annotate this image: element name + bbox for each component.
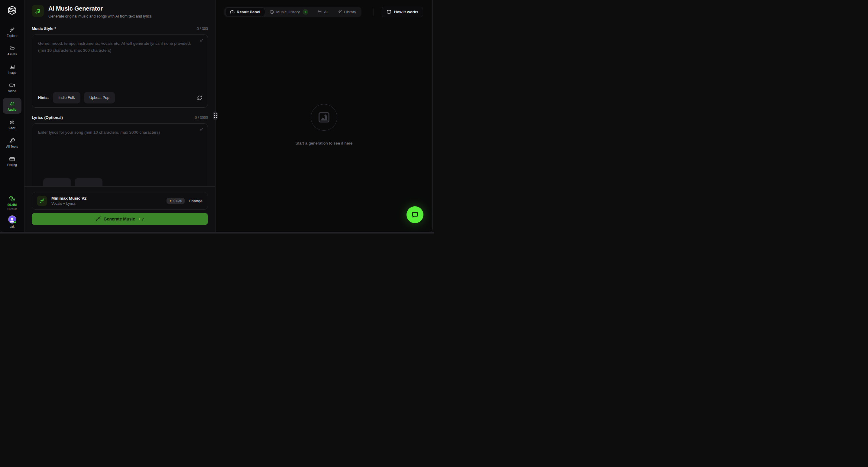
chat-support-button[interactable]: [406, 206, 424, 223]
sidebar-footer: 99.4M Creator oak: [7, 195, 17, 232]
lyrics-hint-chip[interactable]: [43, 178, 71, 186]
sidebar-item-pricing[interactable]: Pricing: [3, 153, 22, 169]
tab-all[interactable]: All: [313, 7, 333, 16]
generate-cost-value: 7: [142, 217, 144, 222]
sidebar-item-label: Video: [8, 90, 16, 93]
generate-music-button[interactable]: Generate Music 7: [32, 213, 208, 225]
sidebar-item-label: Chat: [9, 127, 16, 130]
hints-row: Hints: Indie Folk Upbeat Pop: [38, 92, 203, 104]
refresh-hints-button[interactable]: [196, 95, 203, 101]
lyrics-section: Lyrics (Optional) 0 / 3000: [32, 115, 208, 186]
result-tabs: Result Panel Music History 9 All Library: [224, 7, 362, 17]
tab-music-history[interactable]: Music History 9: [265, 7, 313, 16]
lightning-bolt-icon: [138, 217, 141, 221]
result-panel: Result Panel Music History 9 All Library: [216, 0, 433, 232]
panel-resize-divider[interactable]: [215, 0, 216, 232]
model-cost: 0.035: [174, 199, 182, 203]
music-style-counter: 0 / 300: [197, 27, 208, 31]
folder-icon: [9, 46, 15, 52]
music-note-icon: [32, 5, 44, 17]
app-window: Explore Assets Image: [0, 0, 434, 233]
plan-label: Creator: [7, 207, 17, 210]
user-menu[interactable]: oak: [8, 215, 16, 228]
sidebar-item-video[interactable]: Video: [3, 80, 22, 95]
robot-icon: [9, 119, 15, 125]
tab-library[interactable]: Library: [333, 7, 361, 16]
speaker-icon: [9, 101, 15, 107]
ai-sparkle-icon[interactable]: [198, 39, 204, 45]
sidebar-item-audio[interactable]: Audio: [3, 98, 22, 114]
book-open-icon: [386, 10, 392, 14]
ai-sparkle-icon[interactable]: [198, 128, 204, 134]
lyrics-input[interactable]: [32, 124, 208, 186]
panel-resize-handle[interactable]: [213, 111, 218, 120]
sidebar-nav: Explore Assets Image: [3, 24, 22, 172]
sidebar-item-label: All Tools: [6, 145, 18, 148]
online-status-dot: [13, 221, 17, 224]
tab-label: All: [324, 10, 328, 14]
hint-chip-indie-folk[interactable]: Indie Folk: [53, 92, 80, 104]
model-meta: Minimax Music V2 Vocals + Lyrics: [51, 196, 87, 206]
credits-balance[interactable]: 99.4M Creator: [7, 195, 17, 210]
sparkle-icon: [338, 10, 342, 14]
video-camera-icon: [9, 82, 15, 89]
avatar: [8, 215, 16, 224]
result-panel-header: Result Panel Music History 9 All Library: [216, 0, 433, 17]
form-scroll-area[interactable]: AI Music Generator Generate original mus…: [25, 0, 215, 186]
app-root: Explore Assets Image: [0, 0, 433, 232]
tab-result-panel[interactable]: Result Panel: [225, 7, 265, 16]
sidebar-item-explore[interactable]: Explore: [3, 24, 22, 40]
how-it-works-button[interactable]: How it works: [382, 7, 423, 17]
lightning-bolt-icon: [169, 199, 172, 203]
history-count-badge: 9: [303, 9, 308, 15]
credit-cost-badge: 0.035: [166, 198, 185, 204]
generator-header-text: AI Music Generator Generate original mus…: [49, 5, 152, 19]
sidebar-item-image[interactable]: Image: [3, 61, 22, 77]
change-model-button[interactable]: Change: [189, 199, 203, 203]
wrench-icon: [9, 138, 15, 144]
how-it-works-label: How it works: [394, 10, 418, 14]
tab-label: Music History: [276, 10, 300, 14]
generate-label: Generate Music: [104, 216, 135, 222]
generate-cost: 7: [138, 217, 144, 222]
gauge-icon: [230, 10, 235, 14]
generator-panel: AI Music Generator Generate original mus…: [25, 0, 215, 232]
sparkles-icon: [9, 27, 15, 33]
app-logo[interactable]: [7, 5, 17, 15]
image-icon: [9, 64, 15, 70]
music-style-box: Hints: Indie Folk Upbeat Pop: [32, 34, 208, 108]
lyrics-box: [32, 123, 208, 186]
music-style-label: Music Style *: [32, 26, 56, 31]
sidebar-item-all-tools[interactable]: All Tools: [3, 135, 22, 151]
model-selector[interactable]: Minimax Music V2 Vocals + Lyrics 0.035 C…: [32, 192, 208, 210]
folder-icon: [317, 10, 322, 14]
sidebar-item-label: Image: [8, 71, 17, 75]
page-subtitle: Generate original music and songs with A…: [49, 14, 152, 19]
refresh-icon: [197, 95, 202, 100]
page-title: AI Music Generator: [49, 5, 152, 12]
credits-amount: 99.4M: [7, 203, 17, 207]
sidebar-item-assets[interactable]: Assets: [3, 42, 22, 58]
model-name: Minimax Music V2: [51, 196, 87, 201]
chat-bubble-icon: [411, 211, 419, 219]
lyrics-hint-chip[interactable]: [75, 178, 102, 186]
lyrics-hints-row: [38, 178, 203, 186]
lyrics-label: Lyrics (Optional): [32, 115, 63, 120]
hints-label: Hints:: [38, 95, 49, 100]
lyrics-label-row: Lyrics (Optional) 0 / 3000: [32, 115, 208, 120]
ai-sparkle-icon: [37, 196, 47, 206]
sidebar-item-label: Explore: [7, 34, 17, 37]
header-separator: [374, 8, 374, 16]
credit-card-icon: [9, 156, 15, 163]
hint-chip-upbeat-pop[interactable]: Upbeat Pop: [84, 92, 115, 104]
sidebar: Explore Assets Image: [0, 0, 25, 232]
sidebar-item-label: Pricing: [7, 164, 17, 167]
empty-state-text: Start a generation to see it here: [295, 141, 352, 145]
coins-icon: [9, 195, 16, 202]
lyrics-counter: 0 / 3000: [195, 116, 208, 120]
sidebar-item-chat[interactable]: Chat: [3, 116, 22, 132]
sidebar-item-label: Assets: [7, 53, 17, 56]
layers-wave-logo-icon: [7, 5, 17, 15]
empty-state: Start a generation to see it here: [216, 104, 433, 145]
image-placeholder-icon: [311, 104, 337, 131]
